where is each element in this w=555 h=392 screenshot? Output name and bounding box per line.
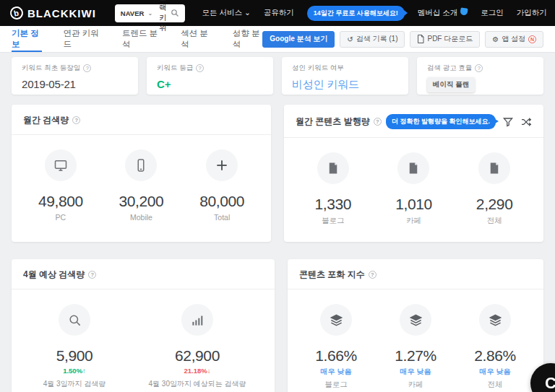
pdf-download-button[interactable]: PDF 다운로드 — [410, 31, 480, 48]
help-icon[interactable]: ? — [88, 271, 96, 279]
mtd-search-value: 5,900 — [56, 347, 93, 365]
help-icon[interactable]: ? — [374, 118, 382, 126]
mobile-icon — [134, 158, 148, 173]
monthly-search-volume-card: 월간 검색량 ? 49,800 PC 30,200 Mobile 80,000 — [12, 105, 271, 242]
top-header: b BLACKKIWI NAVER ⌄ 블랙키위 모든 서비스 ⌄ 공유하기 1… — [0, 0, 555, 26]
login-button[interactable]: 로그인 — [481, 8, 504, 18]
metric-total: 80,000 Total — [182, 149, 262, 222]
tab-persona-analysis[interactable]: 성향 분석 — [233, 26, 263, 52]
mobile-search-value: 30,200 — [119, 193, 164, 210]
filter-icon[interactable] — [502, 116, 514, 128]
section-tabbar: 기본 정보 연관 키워드 트렌드 분석 섹션 분석 성향 분석 Google 분… — [0, 26, 555, 53]
document-icon — [407, 162, 420, 175]
ad-efficiency-card: 검색 광고 효율 ? 베이직 플랜 — [417, 57, 543, 95]
pdf-file-icon — [417, 35, 424, 43]
layers-icon — [330, 313, 343, 327]
accuracy-tooltip: 더 정확한 발행량을 확인해보세요. — [386, 114, 496, 129]
panel-title: 월간 검색량 ? — [23, 114, 80, 126]
google-analysis-button[interactable]: Google 분석 보기 — [262, 31, 335, 48]
search-history-button[interactable]: ↺ 검색 기록 (1) — [340, 31, 405, 48]
app-settings-button[interactable]: ⚙ 앱 설정 N — [485, 31, 543, 48]
content-saturation-card: 콘텐츠 포화 지수 ? 1.66% 매우 낮음 블로그 1.27% 매우 낮음 … — [288, 259, 543, 392]
membership-icon — [460, 7, 468, 15]
arrow-down-icon: ↓ — [207, 367, 211, 375]
document-icon — [327, 162, 340, 175]
tab-related-keywords[interactable]: 연관 키워드 — [64, 26, 100, 52]
tab-trend-analysis[interactable]: 트렌드 분석 — [122, 26, 159, 52]
arrow-up-icon: ↑ — [82, 367, 86, 375]
cafe-saturation-value: 1.27% — [395, 347, 436, 365]
metric-all: 2,290 전체 — [455, 152, 534, 226]
card-label: 검색 광고 효율 ? — [427, 64, 533, 73]
first-seen-value: 2019-05-21 — [22, 78, 128, 90]
plan-required-badge: 베이직 플랜 — [427, 77, 475, 92]
keyword-grade-value: C+ — [157, 78, 263, 90]
forecast-search-value: 62,900 — [175, 347, 220, 365]
document-icon — [488, 162, 501, 175]
status-badge: 매우 낮음 — [480, 367, 511, 377]
mtd-change: 1.50%↑ — [63, 367, 86, 375]
history-icon: ↺ — [347, 35, 353, 43]
pc-search-value: 49,800 — [38, 193, 83, 210]
panel-title: 4월 예상 검색량 ? — [23, 269, 96, 281]
all-services-menu[interactable]: 모든 서비스 ⌄ — [202, 8, 251, 18]
chevron-down-icon: ⌄ — [147, 10, 152, 17]
metric-blog: 1,330 블로그 — [293, 152, 373, 226]
bar-chart-icon — [191, 313, 205, 327]
share-button[interactable]: 공유하기 — [264, 8, 294, 18]
help-icon[interactable]: ? — [83, 64, 91, 72]
search-icon[interactable] — [171, 9, 179, 17]
first-seen-card: 키워드 최초 등장일 ? 2019-05-21 — [12, 57, 138, 95]
metric-month-end-forecast: 62,900 21.18%↓ 4월 30일까지 예상되는 검색량 — [129, 304, 266, 389]
metric-mobile: 30,200 Mobile — [101, 149, 181, 222]
tab-section-analysis[interactable]: 섹션 분석 — [181, 26, 211, 52]
plus-icon — [215, 158, 229, 173]
membership-link[interactable]: 멤버십 소개 — [418, 8, 468, 18]
april-forecast-card: 4월 예상 검색량 ? 5,900 1.50%↑ 4월 3일까지 검색량 62,… — [12, 259, 275, 392]
cafe-content-value: 1,010 — [395, 196, 432, 213]
card-label: 키워드 등급 ? — [157, 64, 263, 73]
gear-icon: ⚙ — [492, 35, 499, 43]
status-badge: 매우 낮음 — [321, 367, 352, 377]
layers-icon — [409, 313, 423, 327]
brand-logo-text: BLACKKIWI — [27, 7, 96, 19]
shuffle-icon[interactable] — [520, 116, 532, 128]
free-trial-promo-badge[interactable]: 14일간 무료로 사용해보세요! — [307, 6, 405, 21]
help-icon[interactable]: ? — [369, 271, 377, 279]
blog-saturation-value: 1.66% — [315, 347, 357, 365]
search-input[interactable]: 블랙키위 — [159, 0, 167, 33]
metric-cafe: 1,010 카페 — [374, 152, 453, 226]
tab-basic-info[interactable]: 기본 정보 — [12, 26, 42, 52]
panel-title: 월간 콘텐츠 발행량 ? — [296, 116, 382, 128]
forecast-change: 21.18%↓ — [184, 367, 211, 375]
metric-month-to-date: 5,900 1.50%↑ 4월 3일까지 검색량 — [20, 304, 129, 389]
panel-title: 콘텐츠 포화 지수 ? — [299, 269, 377, 281]
metric-blog-saturation: 1.66% 매우 낮음 블로그 — [296, 304, 376, 390]
brand-logo[interactable]: b BLACKKIWI — [10, 6, 96, 19]
total-content-value: 2,290 — [476, 196, 513, 213]
status-badge: 매우 낮음 — [400, 367, 431, 377]
help-icon[interactable]: ? — [196, 64, 204, 72]
layers-icon — [489, 313, 502, 327]
magnifier-icon — [68, 313, 82, 327]
card-label: 키워드 최초 등장일 ? — [22, 64, 128, 73]
help-icon[interactable]: ? — [475, 64, 483, 72]
metric-pc: 49,800 PC — [21, 149, 100, 222]
search-engine-select[interactable]: NAVER — [121, 9, 145, 17]
brand-logo-icon: b — [9, 5, 24, 20]
keyword-grade-card: 키워드 등급 ? C+ — [147, 57, 273, 95]
adult-keyword-card: 성인 키워드 여부 비성인 키워드 — [282, 57, 408, 95]
metric-total-saturation: 2.86% 매우 낮음 전체 — [455, 304, 535, 390]
keyword-search-box[interactable]: NAVER ⌄ 블랙키위 — [115, 4, 185, 22]
monitor-icon — [53, 158, 68, 173]
metric-cafe-saturation: 1.27% 매우 낮음 카페 — [376, 304, 455, 390]
card-label: 성인 키워드 여부 — [292, 64, 398, 73]
help-icon[interactable]: ? — [72, 116, 80, 124]
monthly-content-volume-card: 월간 콘텐츠 발행량 ? 더 정확한 발행량을 확인해보세요. 1,330 블로… — [284, 105, 543, 242]
adult-keyword-value: 비성인 키워드 — [292, 78, 398, 92]
new-badge: N — [528, 35, 536, 43]
blog-content-value: 1,330 — [315, 196, 352, 213]
total-search-value: 80,000 — [199, 193, 244, 210]
total-saturation-value: 2.86% — [474, 347, 516, 365]
signup-button[interactable]: 가입하기 — [517, 8, 547, 18]
